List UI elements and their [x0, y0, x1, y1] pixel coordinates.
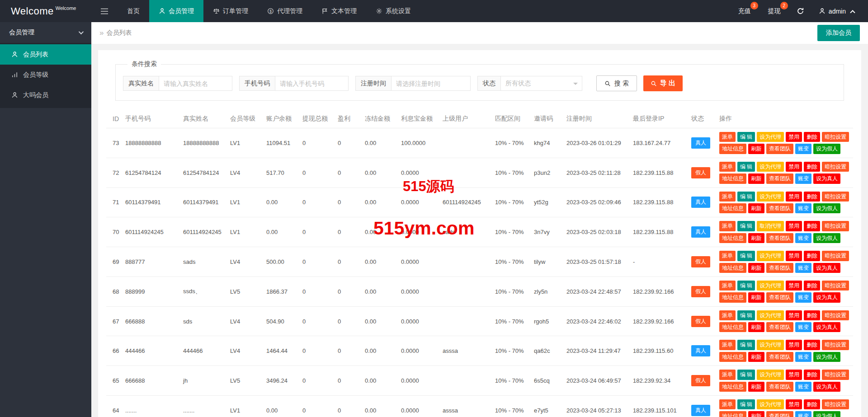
- action-edit-button[interactable]: 编 辑: [737, 370, 755, 380]
- action-edit-button[interactable]: 编 辑: [737, 310, 755, 320]
- action-dispatch-button[interactable]: 派单: [719, 162, 736, 172]
- action-disable-button[interactable]: 禁用: [786, 310, 802, 320]
- action-agent-button[interactable]: 设为代理: [757, 192, 784, 201]
- action-balance-change-button[interactable]: 账变: [795, 263, 811, 273]
- export-button[interactable]: 导 出: [643, 75, 683, 91]
- action-hidden-deduct-button[interactable]: 暗扣设置: [822, 370, 849, 380]
- action-dispatch-button[interactable]: 派单: [719, 340, 736, 350]
- action-refresh-button[interactable]: 刷新: [748, 352, 764, 362]
- topbar-withdraw-button[interactable]: 提现2: [760, 0, 789, 22]
- action-balance-change-button[interactable]: 账变: [795, 173, 811, 183]
- status-select[interactable]: 所有状态: [501, 76, 582, 91]
- sidebar-item-big-member[interactable]: 大吗会员: [0, 85, 91, 105]
- search-field-input-realname[interactable]: [159, 76, 232, 91]
- action-team-button[interactable]: 查看团队: [766, 382, 793, 392]
- action-refresh-button[interactable]: 刷新: [748, 411, 764, 417]
- action-team-button[interactable]: 查看团队: [766, 233, 793, 243]
- action-agent-button[interactable]: 设为代理: [757, 281, 784, 290]
- action-edit-button[interactable]: 编 辑: [737, 132, 755, 142]
- action-balance-change-button[interactable]: 账变: [795, 322, 811, 332]
- action-address-button[interactable]: 地址信息: [719, 411, 746, 417]
- action-agent-button[interactable]: 取消代理: [757, 221, 784, 231]
- action-team-button[interactable]: 查看团队: [766, 203, 793, 213]
- action-dispatch-button[interactable]: 派单: [719, 251, 736, 261]
- sidebar-group-member-manage[interactable]: 会员管理: [0, 22, 91, 43]
- action-address-button[interactable]: 地址信息: [719, 173, 746, 183]
- action-delete-button[interactable]: 删除: [804, 399, 820, 409]
- action-toggle-real-fake-button[interactable]: 设为真人: [813, 292, 840, 302]
- top-nav-item-agent-manage[interactable]: $代理管理: [258, 0, 312, 22]
- action-refresh-button[interactable]: 刷新: [748, 263, 764, 273]
- action-delete-button[interactable]: 删除: [804, 132, 820, 142]
- action-refresh-button[interactable]: 刷新: [748, 322, 764, 332]
- action-hidden-deduct-button[interactable]: 暗扣设置: [822, 162, 849, 172]
- action-hidden-deduct-button[interactable]: 暗扣设置: [822, 192, 849, 201]
- action-hidden-deduct-button[interactable]: 暗扣设置: [822, 281, 849, 290]
- action-team-button[interactable]: 查看团队: [766, 173, 793, 183]
- sidebar-item-member-level[interactable]: 会员等级: [0, 65, 91, 85]
- action-toggle-real-fake-button[interactable]: 设为假人: [813, 144, 840, 154]
- action-team-button[interactable]: 查看团队: [766, 144, 793, 154]
- action-toggle-real-fake-button[interactable]: 设为假人: [813, 352, 840, 362]
- action-edit-button[interactable]: 编 辑: [737, 340, 755, 350]
- action-disable-button[interactable]: 禁用: [786, 281, 802, 290]
- action-dispatch-button[interactable]: 派单: [719, 132, 736, 142]
- sidebar-item-member-list[interactable]: 会员列表: [0, 44, 91, 65]
- action-agent-button[interactable]: 设为代理: [757, 310, 784, 320]
- action-hidden-deduct-button[interactable]: 暗扣设置: [822, 132, 849, 142]
- action-refresh-button[interactable]: 刷新: [748, 292, 764, 302]
- action-toggle-real-fake-button[interactable]: 设为假人: [813, 411, 840, 417]
- action-toggle-real-fake-button[interactable]: 设为真人: [813, 382, 840, 392]
- action-delete-button[interactable]: 删除: [804, 192, 820, 201]
- action-edit-button[interactable]: 编 辑: [737, 281, 755, 290]
- refresh-button[interactable]: [789, 0, 811, 22]
- action-delete-button[interactable]: 删除: [804, 340, 820, 350]
- action-hidden-deduct-button[interactable]: 暗扣设置: [822, 221, 849, 231]
- action-toggle-real-fake-button[interactable]: 设为假人: [813, 233, 840, 243]
- action-refresh-button[interactable]: 刷新: [748, 203, 764, 213]
- action-delete-button[interactable]: 删除: [804, 281, 820, 290]
- action-address-button[interactable]: 地址信息: [719, 352, 746, 362]
- top-nav-item-system-settings[interactable]: 系统设置: [366, 0, 420, 22]
- action-toggle-real-fake-button[interactable]: 设为假人: [813, 203, 840, 213]
- action-toggle-real-fake-button[interactable]: 设为真人: [813, 263, 840, 273]
- action-balance-change-button[interactable]: 账变: [795, 292, 811, 302]
- action-agent-button[interactable]: 设为代理: [757, 340, 784, 350]
- action-address-button[interactable]: 地址信息: [719, 292, 746, 302]
- action-team-button[interactable]: 查看团队: [766, 411, 793, 417]
- action-edit-button[interactable]: 编 辑: [737, 251, 755, 261]
- action-dispatch-button[interactable]: 派单: [719, 370, 736, 380]
- top-nav-item-member-manage[interactable]: 会员管理: [149, 0, 203, 22]
- action-address-button[interactable]: 地址信息: [719, 263, 746, 273]
- action-refresh-button[interactable]: 刷新: [748, 144, 764, 154]
- action-hidden-deduct-button[interactable]: 暗扣设置: [822, 310, 849, 320]
- action-delete-button[interactable]: 删除: [804, 162, 820, 172]
- search-button[interactable]: 搜 索: [596, 75, 637, 91]
- action-edit-button[interactable]: 编 辑: [737, 399, 755, 409]
- top-nav-item-text-manage[interactable]: 文本管理: [312, 0, 366, 22]
- action-dispatch-button[interactable]: 派单: [719, 310, 736, 320]
- action-disable-button[interactable]: 禁用: [786, 192, 802, 201]
- action-hidden-deduct-button[interactable]: 暗扣设置: [822, 340, 849, 350]
- action-refresh-button[interactable]: 刷新: [748, 233, 764, 243]
- action-address-button[interactable]: 地址信息: [719, 233, 746, 243]
- action-team-button[interactable]: 查看团队: [766, 292, 793, 302]
- action-hidden-deduct-button[interactable]: 暗扣设置: [822, 399, 849, 409]
- action-team-button[interactable]: 查看团队: [766, 352, 793, 362]
- action-refresh-button[interactable]: 刷新: [748, 382, 764, 392]
- action-edit-button[interactable]: 编 辑: [737, 221, 755, 231]
- action-team-button[interactable]: 查看团队: [766, 322, 793, 332]
- action-balance-change-button[interactable]: 账变: [795, 144, 811, 154]
- action-address-button[interactable]: 地址信息: [719, 322, 746, 332]
- sidebar-collapse-button[interactable]: [91, 0, 118, 22]
- action-dispatch-button[interactable]: 派单: [719, 221, 736, 231]
- action-delete-button[interactable]: 删除: [804, 310, 820, 320]
- action-disable-button[interactable]: 禁用: [786, 340, 802, 350]
- top-nav-item-order-manage[interactable]: 订单管理: [203, 0, 258, 22]
- action-balance-change-button[interactable]: 账变: [795, 382, 811, 392]
- action-disable-button[interactable]: 禁用: [786, 132, 802, 142]
- action-disable-button[interactable]: 禁用: [786, 399, 802, 409]
- action-delete-button[interactable]: 删除: [804, 221, 820, 231]
- action-dispatch-button[interactable]: 派单: [719, 192, 736, 201]
- topbar-recharge-button[interactable]: 充值3: [730, 0, 760, 22]
